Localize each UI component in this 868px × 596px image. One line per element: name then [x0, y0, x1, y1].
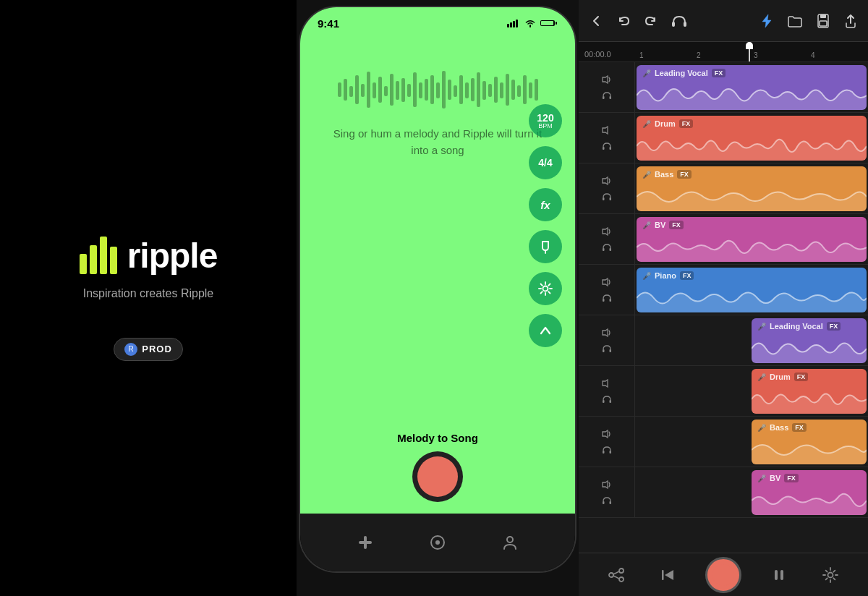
bpm-button[interactable]: 120 BPM	[529, 104, 562, 137]
fx-badge-4: FX	[669, 221, 684, 229]
mute-button-4[interactable]	[599, 225, 615, 238]
pause-button[interactable]	[765, 561, 793, 589]
track-clip-5[interactable]: 🎤 Piano FX	[637, 268, 867, 312]
track-clip-9[interactable]: 🎤 BV FX	[752, 470, 867, 515]
svg-line-85	[613, 571, 619, 574]
svg-rect-24	[419, 82, 422, 98]
mute-button-5[interactable]	[599, 276, 615, 289]
daw-record-button[interactable]	[705, 557, 741, 593]
bpm-number: 120	[537, 113, 553, 123]
mute-button-1[interactable]	[599, 73, 615, 86]
track-clip-6[interactable]: 🎤 Leading Vocal FX	[752, 318, 867, 363]
save-button[interactable]	[816, 13, 830, 29]
export-button[interactable]	[843, 13, 858, 29]
solo-button-9[interactable]	[599, 494, 615, 507]
waveform-piano-1	[637, 284, 867, 312]
ruler-mark-3: 3	[754, 51, 811, 59]
clip-name-6: Leading Vocal	[770, 322, 823, 331]
settings-button[interactable]	[529, 272, 562, 305]
track-row-leading-vocal-2: 🎤 Leading Vocal FX	[579, 315, 868, 366]
track-lane-8[interactable]: 🎤 Bass FX	[635, 417, 868, 467]
fx-badge-7: FX	[794, 372, 809, 381]
daw-bottom-bar	[579, 553, 868, 596]
svg-rect-54	[820, 21, 827, 26]
track-clip-8[interactable]: 🎤 Bass FX	[752, 420, 867, 464]
svg-marker-70	[603, 329, 608, 336]
ruler-mark-4: 4	[811, 51, 868, 59]
logo-text: ripple	[127, 236, 218, 276]
headphones-small-6-icon	[601, 344, 613, 354]
track-clip-7[interactable]: 🎤 Drum FX	[752, 369, 867, 414]
mute-button-8[interactable]	[599, 427, 615, 440]
track-clip-2[interactable]: 🎤 Drum FX	[637, 116, 867, 161]
solo-button-3[interactable]	[599, 190, 615, 203]
record-button[interactable]	[412, 451, 463, 502]
track-lane-9[interactable]: 🎤 BV FX	[635, 467, 868, 517]
tune-button[interactable]	[529, 230, 562, 263]
daw-tracks[interactable]: 🎤 Leading Vocal FX	[579, 62, 868, 553]
mute-button-2[interactable]	[599, 124, 615, 137]
solo-button-5[interactable]	[599, 291, 615, 305]
battery-icon	[540, 19, 558, 27]
track-clip-4[interactable]: 🎤 BV FX	[637, 217, 867, 262]
headphones-small-3-icon	[601, 192, 613, 202]
time-sig-label: 4/4	[538, 157, 552, 169]
home-button[interactable]	[425, 529, 451, 555]
svg-point-83	[619, 569, 624, 573]
track-controls-3	[579, 163, 635, 213]
back-button[interactable]	[589, 14, 603, 28]
fx-badge-6: FX	[827, 322, 841, 331]
track-controls-7	[579, 366, 635, 416]
mute-button-6[interactable]	[599, 326, 615, 339]
solo-button-2[interactable]	[599, 140, 615, 153]
time-sig-button[interactable]: 4/4	[529, 146, 562, 179]
up-arrow-button[interactable]	[529, 314, 562, 347]
phone-controls: 120 BPM 4/4 fx	[529, 104, 562, 347]
svg-point-82	[609, 573, 613, 577]
daw-settings-button[interactable]	[816, 561, 845, 589]
lightning-button[interactable]	[760, 13, 774, 29]
track-lane-6[interactable]: 🎤 Leading Vocal FX	[635, 315, 868, 365]
track-lane-1[interactable]: 🎤 Leading Vocal FX	[635, 62, 868, 112]
logo-row: ripple	[80, 236, 218, 276]
track-lane-3[interactable]: 🎤 Bass FX	[635, 163, 868, 213]
add-button[interactable]	[352, 529, 378, 555]
daw-toolbar	[579, 0, 868, 42]
prod-badge[interactable]: R PROD	[114, 338, 183, 361]
solo-button-7[interactable]	[599, 393, 615, 406]
speaker-8-icon	[601, 480, 613, 490]
speaker-off-icon	[601, 125, 613, 135]
solo-button-1[interactable]	[599, 89, 615, 102]
mute-button-9[interactable]	[599, 478, 615, 491]
redo-button[interactable]	[644, 14, 658, 28]
solo-button-4[interactable]	[599, 241, 615, 254]
routing-button[interactable]	[602, 561, 631, 589]
profile-button[interactable]	[497, 529, 523, 555]
svg-rect-78	[609, 451, 611, 454]
svg-rect-72	[609, 349, 611, 352]
speaker-6-icon	[601, 378, 613, 388]
clip-name-3: Bass	[655, 170, 673, 179]
solo-button-8[interactable]	[599, 443, 615, 456]
mute-button-7[interactable]	[599, 377, 615, 390]
track-clip-3[interactable]: 🎤 Bass FX	[637, 166, 867, 211]
solo-button-6[interactable]	[599, 342, 615, 355]
plus-icon	[356, 533, 375, 552]
track-controls-8	[579, 417, 635, 467]
skip-back-button[interactable]	[653, 561, 682, 589]
svg-rect-74	[603, 400, 605, 403]
track-lane-4[interactable]: 🎤 BV FX	[635, 214, 868, 264]
track-lane-5[interactable]: 🎤 Piano FX	[635, 265, 868, 315]
undo-button[interactable]	[616, 14, 631, 28]
headphones-toolbar-button[interactable]	[671, 14, 687, 28]
folder-button[interactable]	[787, 14, 803, 28]
track-lane-2[interactable]: 🎤 Drum FX	[635, 113, 868, 163]
track-clip-1[interactable]: 🎤 Leading Vocal FX	[637, 65, 867, 110]
track-lane-7[interactable]: 🎤 Drum FX	[635, 366, 868, 416]
fx-button[interactable]: fx	[529, 188, 562, 221]
lightning-icon	[760, 13, 774, 29]
clip-name-5: Piano	[655, 271, 676, 280]
signal-icon	[507, 19, 520, 27]
mute-button-3[interactable]	[599, 174, 615, 187]
logo-bar-2	[90, 245, 97, 274]
